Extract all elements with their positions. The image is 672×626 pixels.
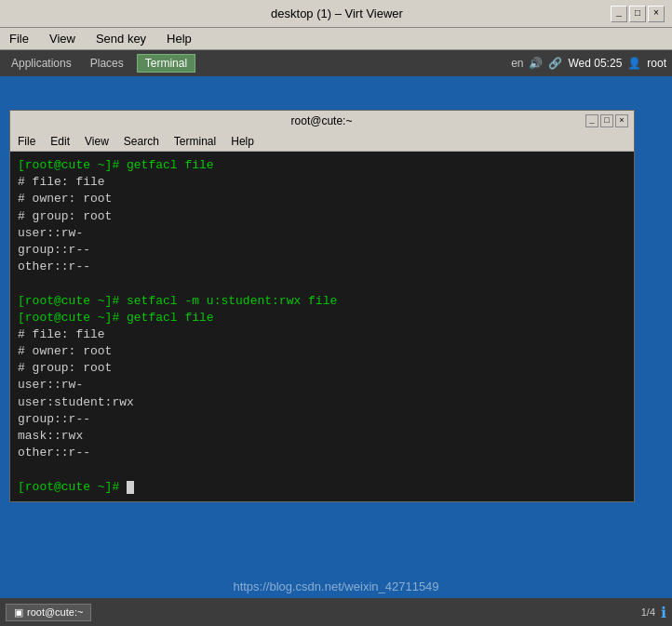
taskbar-right-area: en 🔊 🔗 Wed 05:25 👤 root [511,57,666,70]
close-button[interactable]: × [648,6,665,22]
lang-indicator: en [511,57,523,70]
terminal-minimize-button[interactable]: _ [585,114,598,127]
terminal-line-4: # group: root [18,208,626,225]
terminal-line-16: mask::rwx [18,428,626,445]
terminal-menu-search[interactable]: Search [120,133,163,150]
places-menu[interactable]: Places [85,55,129,72]
terminal-line-prompt: [root@cute ~]# [18,479,626,496]
menu-help[interactable]: Help [161,30,197,47]
menu-view[interactable]: View [44,30,81,47]
terminal-menu-help[interactable]: Help [227,133,258,150]
terminal-line-9: [root@cute ~]# getfacl file [18,310,626,326]
terminal-content-area[interactable]: [root@cute ~]# getfacl file # file: file… [10,152,634,501]
terminal-line-13: user::rw- [18,377,626,393]
bottom-task-item[interactable]: ▣ root@cute:~ [6,604,91,621]
terminal-line-blank2 [18,461,626,478]
terminal-line-6: group::r-- [18,242,626,259]
desktop-taskbar: Applications Places Terminal en 🔊 🔗 Wed … [0,50,672,76]
minimize-button[interactable]: _ [611,6,627,22]
username-display: root [647,57,666,70]
terminal-line-17: other::r-- [18,445,626,461]
maximize-button[interactable]: □ [629,6,646,22]
terminal-icon: ▣ [14,606,23,619]
watermark-text: https://blog.csdn.net/weixin_42711549 [0,579,672,593]
menu-file[interactable]: File [4,30,34,47]
terminal-line-10: # file: file [18,326,626,343]
terminal-line-15: group::r-- [18,411,626,428]
terminal-taskbar-button[interactable]: Terminal [137,54,195,73]
datetime-display: Wed 05:25 [568,57,622,70]
terminal-line-7: other::r-- [18,259,626,275]
terminal-line-3: # owner: root [18,191,626,207]
terminal-menu-edit[interactable]: Edit [47,133,74,150]
bottom-taskbar: ▣ root@cute:~ 1/4 ℹ [0,598,672,626]
bottom-task-label: root@cute:~ [27,606,83,618]
titlebar-buttons[interactable]: _ □ × [611,6,665,22]
terminal-titlebar: root@cute:~ _ □ × [10,111,634,131]
bottom-right-area: 1/4 ℹ [641,604,666,621]
terminal-line-2: # file: file [18,174,626,191]
user-icon: 👤 [627,57,641,70]
terminal-close-button[interactable]: × [615,114,628,127]
info-icon: ℹ [661,604,666,621]
terminal-window: root@cute:~ _ □ × File Edit View Search … [9,110,635,502]
menu-sendkey[interactable]: Send key [90,30,152,47]
terminal-line-11: # owner: root [18,343,626,360]
terminal-line-14: user:student:rwx [18,394,626,411]
applications-menu[interactable]: Applications [6,55,77,72]
page-info: 1/4 [641,606,655,618]
terminal-maximize-button[interactable]: □ [600,114,613,127]
terminal-menu-view[interactable]: View [81,133,113,150]
terminal-menu-file[interactable]: File [14,133,39,150]
terminal-titlebar-buttons[interactable]: _ □ × [585,114,628,127]
terminal-window-title: root@cute:~ [58,114,585,127]
terminal-menubar: File Edit View Search Terminal Help [10,131,634,152]
terminal-line-8: [root@cute ~]# setfacl -m u:student:rwx … [18,293,626,310]
virt-viewer-menubar: File View Send key Help [0,28,672,50]
terminal-line-blank1 [18,275,626,292]
network-icon: 🔗 [548,57,562,70]
volume-icon: 🔊 [529,57,543,70]
terminal-line-1: [root@cute ~]# getfacl file [18,157,626,174]
window-title: desktop (1) – Virt Viewer [63,7,611,20]
terminal-line-5: user::rw- [18,225,626,242]
terminal-line-12: # group: root [18,360,626,377]
virt-viewer-titlebar: desktop (1) – Virt Viewer _ □ × [0,0,672,28]
terminal-menu-terminal[interactable]: Terminal [170,133,220,150]
terminal-cursor [127,481,134,494]
